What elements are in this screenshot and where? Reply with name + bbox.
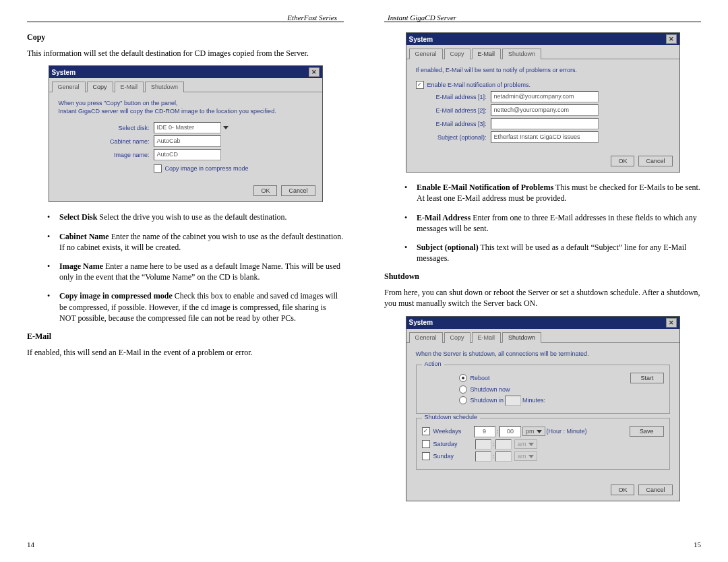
email2-input[interactable]: nettech@yourcompany.com bbox=[491, 104, 599, 116]
left-page: EtherFast Series Copy This information w… bbox=[0, 0, 364, 562]
action-group: Action Reboot Start Shutdown now Shutd bbox=[416, 365, 670, 414]
email3-input[interactable] bbox=[491, 118, 599, 129]
chevron-down-icon bbox=[528, 443, 534, 446]
dialog-titlebar: System ✕ bbox=[406, 33, 679, 45]
email-bullets: Enable E-Mail Notification of Problems T… bbox=[384, 182, 701, 263]
system-email-dialog: System ✕ General Copy E-Mail Shutdown If… bbox=[406, 32, 680, 173]
dialog-body: If enabled, E-Mail will be sent to notif… bbox=[406, 59, 679, 152]
tab-shutdown[interactable]: Shutdown bbox=[502, 332, 541, 343]
page-number: 15 bbox=[694, 540, 701, 549]
tab-general[interactable]: General bbox=[52, 82, 86, 92]
shutdown-minutes-input[interactable] bbox=[505, 396, 521, 406]
page-number: 14 bbox=[27, 540, 34, 549]
cancel-button[interactable]: Cancel bbox=[281, 185, 315, 196]
weekdays-label: Weekdays bbox=[433, 428, 474, 435]
sun-ampm-dropdown[interactable]: am bbox=[514, 451, 537, 461]
tab-shutdown[interactable]: Shutdown bbox=[502, 49, 541, 59]
shutdown-now-radio[interactable] bbox=[459, 385, 467, 394]
sat-hour-input[interactable] bbox=[475, 439, 491, 449]
saturday-label: Saturday bbox=[433, 441, 474, 447]
enable-email-checkbox[interactable] bbox=[416, 81, 424, 89]
bullet-enable-email: Enable E-Mail Notification of Problems T… bbox=[404, 182, 701, 204]
close-icon[interactable]: ✕ bbox=[666, 318, 677, 327]
chevron-down-icon bbox=[537, 430, 542, 433]
tabstrip: General Copy E-Mail Shutdown bbox=[406, 329, 679, 343]
email1-label: E-Mail address [1]: bbox=[416, 94, 491, 100]
close-icon[interactable]: ✕ bbox=[309, 67, 320, 77]
tabstrip: General Copy E-Mail Shutdown bbox=[406, 45, 679, 59]
hour-minute-label: (Hour : Minute) bbox=[547, 428, 587, 435]
system-copy-dialog: System ✕ General Copy E-Mail Shutdown Wh… bbox=[49, 65, 323, 202]
tab-copy[interactable]: Copy bbox=[444, 49, 471, 59]
sun-hour-input[interactable] bbox=[475, 451, 491, 462]
right-header: Instant GigaCD Server bbox=[384, 13, 701, 22]
tab-copy[interactable]: Copy bbox=[444, 332, 471, 343]
dialog-titlebar: System ✕ bbox=[49, 66, 322, 78]
hour-input[interactable]: 9 bbox=[474, 426, 495, 437]
ampm-dropdown[interactable]: pm bbox=[522, 427, 545, 436]
shutdown-in-label: Shutdown in bbox=[471, 397, 504, 404]
image-name-label: Image name: bbox=[79, 152, 154, 158]
tab-general[interactable]: General bbox=[409, 49, 443, 59]
subject-label: Subject (optional): bbox=[416, 134, 491, 141]
shutdown-now-label: Shutdown now bbox=[471, 386, 510, 393]
saturday-checkbox[interactable] bbox=[422, 440, 430, 448]
sat-ampm-dropdown[interactable]: am bbox=[514, 439, 537, 449]
sat-min-input[interactable] bbox=[495, 439, 512, 449]
shutdown-intro: From here, you can shut down or reboot t… bbox=[384, 287, 701, 309]
save-button[interactable]: Save bbox=[630, 426, 664, 437]
bullet-compress: Copy image in compressed mode Check this… bbox=[47, 290, 344, 323]
dialog-title: System bbox=[52, 69, 76, 76]
tab-email[interactable]: E-Mail bbox=[472, 332, 502, 343]
chevron-down-icon bbox=[528, 455, 534, 458]
ok-button[interactable]: OK bbox=[253, 185, 277, 196]
select-disk-label: Select disk: bbox=[79, 125, 154, 131]
tab-email[interactable]: E-Mail bbox=[472, 49, 502, 59]
ok-button[interactable]: OK bbox=[611, 156, 634, 166]
dialog-titlebar: System ✕ bbox=[406, 317, 679, 329]
subject-input[interactable]: Etherfast Instant GigaCD issues bbox=[491, 131, 599, 143]
schedule-group: Shutdown schedule Weekdays 9 : 00 pm (Ho… bbox=[416, 418, 670, 470]
shutdown-heading: Shutdown bbox=[384, 272, 701, 282]
bullet-select-disk: Select Disk Select the drive you wish to… bbox=[47, 212, 344, 222]
copy-heading: Copy bbox=[27, 32, 344, 42]
email-heading: E-Mail bbox=[27, 332, 344, 342]
email1-input[interactable]: netadmin@yourcompany.com bbox=[491, 91, 599, 102]
cabinet-name-input[interactable]: AutoCab bbox=[154, 135, 221, 147]
bullet-cabinet-name: Cabinet Name Enter the name of the cabin… bbox=[47, 231, 344, 253]
email-hint: If enabled, E-Mail will be sent to notif… bbox=[416, 66, 670, 74]
reboot-radio[interactable] bbox=[459, 374, 467, 382]
compress-label: Copy image in compress mode bbox=[165, 165, 249, 172]
right-page: Instant GigaCD Server System ✕ General C… bbox=[364, 0, 728, 562]
compress-checkbox[interactable] bbox=[154, 164, 162, 173]
shutdown-hint: When the Server is shutdown, all connect… bbox=[416, 350, 670, 358]
tab-shutdown[interactable]: Shutdown bbox=[145, 82, 184, 92]
tab-email[interactable]: E-Mail bbox=[115, 82, 144, 92]
sunday-checkbox[interactable] bbox=[422, 452, 430, 460]
dialog-title: System bbox=[409, 319, 433, 326]
action-group-title: Action bbox=[422, 361, 444, 367]
dialog-body: When the Server is shutdown, all connect… bbox=[406, 343, 679, 480]
email2-label: E-Mail address [2]: bbox=[416, 107, 491, 114]
select-disk-dropdown[interactable]: IDE 0- Master bbox=[154, 122, 221, 133]
ok-button[interactable]: OK bbox=[611, 485, 634, 495]
tab-general[interactable]: General bbox=[409, 332, 443, 343]
left-header: EtherFast Series bbox=[27, 13, 344, 22]
minute-input[interactable]: 00 bbox=[499, 426, 521, 437]
chevron-down-icon[interactable] bbox=[223, 126, 229, 129]
shutdown-in-radio[interactable] bbox=[459, 396, 467, 404]
image-name-input[interactable]: AutoCD bbox=[154, 149, 221, 160]
minutes-label: Minutes: bbox=[522, 397, 545, 404]
sun-min-input[interactable] bbox=[495, 451, 512, 462]
dialog-body: When you press "Copy" button on the pane… bbox=[49, 92, 322, 181]
system-shutdown-dialog: System ✕ General Copy E-Mail Shutdown Wh… bbox=[406, 316, 680, 501]
tab-copy[interactable]: Copy bbox=[87, 82, 113, 92]
cancel-button[interactable]: Cancel bbox=[638, 485, 672, 495]
weekdays-checkbox[interactable] bbox=[422, 427, 430, 435]
start-button[interactable]: Start bbox=[630, 373, 663, 383]
schedule-group-title: Shutdown schedule bbox=[422, 414, 481, 420]
cancel-button[interactable]: Cancel bbox=[638, 156, 672, 166]
close-icon[interactable]: ✕ bbox=[666, 34, 677, 44]
email-intro: If enabled, this will send an E-Mail in … bbox=[27, 347, 344, 358]
tabstrip: General Copy E-Mail Shutdown bbox=[49, 78, 322, 92]
